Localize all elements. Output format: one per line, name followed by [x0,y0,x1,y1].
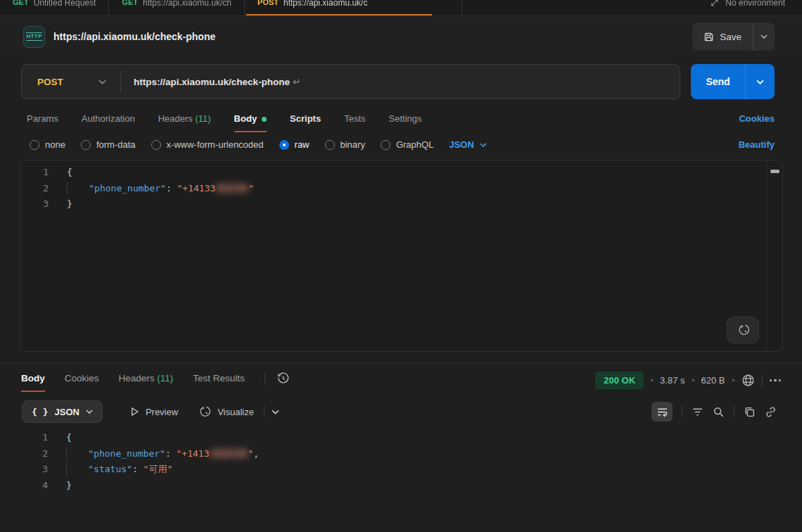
tab-title: Untitled Request [34,0,96,8]
radio-circle [325,140,335,150]
request-tab-2[interactable]: GET https://api.xiaomu.uk/ch [109,0,244,16]
url-row: POST https://api.xiaomu.uk/check-phone↵ … [21,64,775,99]
status-badge[interactable]: 200 OK [595,372,644,389]
response-tab-cookies[interactable]: Cookies [65,369,99,392]
braces-icon: { } [32,407,48,417]
preview-label: Preview [146,407,178,417]
return-glyph: ↵ [293,77,300,87]
sparkle-circle-icon [737,324,750,337]
request-body-editor[interactable]: 1 { 2 "phone_number": "+14133456789" 3 } [20,160,783,352]
code-line: 2 "phone_number": "+14133456789", [20,446,802,462]
preview-button[interactable]: Preview [130,407,178,417]
chevron-down-icon [480,143,487,147]
radio-label: none [45,139,65,150]
headers-count-badge: (11) [195,113,210,124]
toolbar-divider [682,405,682,418]
line-number: 3 [20,462,48,478]
radio-circle [381,140,390,150]
response-meta: 200 OK 3.87 s 620 B [595,372,781,389]
request-header: HTTP https://api.xiaomu.uk/check-phone S… [0,16,802,57]
send-button[interactable]: Send [691,64,745,99]
postbot-ai-button[interactable] [727,317,759,343]
visualize-button[interactable]: Visualize [198,405,254,419]
code-line: 3 } [20,196,782,213]
line-number: 3 [20,196,49,213]
url-input[interactable]: https://api.xiaomu.uk/check-phone↵ [121,76,300,87]
response-body-viewer[interactable]: 1 { 2 "phone_number": "+14133456789", 3 … [20,430,802,493]
radio-binary[interactable]: binary [325,139,365,150]
http-badge-label: HTTP [26,32,42,41]
environment-icon [710,0,720,8]
url-container: POST https://api.xiaomu.uk/check-phone↵ [21,64,680,99]
separator-dot [732,379,734,381]
radio-form-data[interactable]: form-data [81,139,136,150]
radio-label: GraphQL [396,139,433,150]
body-type-row: none form-data x-www-form-urlencoded raw… [30,139,775,150]
radio-label: form-data [96,139,136,150]
response-tab-body[interactable]: Body [21,369,45,392]
tab-settings[interactable]: Settings [389,109,422,132]
radio-urlencoded[interactable]: x-www-form-urlencoded [151,139,264,150]
raw-language-dropdown[interactable]: JSON [449,139,486,150]
radio-graphql[interactable]: GraphQL [381,139,433,150]
globe-network-icon[interactable] [741,374,755,387]
line-number: 1 [20,430,48,446]
send-options-button[interactable] [745,64,775,99]
response-toolbar: { } JSON Preview Visualize [22,400,777,423]
redacted-phone-digits: 456789 [215,183,248,194]
request-tab-1[interactable]: GET Untitled Request [0,0,108,16]
request-tab-3-active[interactable]: POST https://api.xiaomu.uk/c [245,0,433,16]
beautify-link[interactable]: Beautify [739,139,775,150]
response-tab-test-results[interactable]: Test Results [193,369,245,392]
save-split-button: Save [692,23,775,51]
environment-selector[interactable]: No environment [693,0,802,10]
tab-authorization[interactable]: Authorization [82,109,135,132]
save-options-button[interactable] [753,23,775,51]
link-icon[interactable] [765,406,777,418]
response-size[interactable]: 620 B [701,375,725,386]
method-post-label: POST [257,0,279,8]
save-button[interactable]: Save [692,23,753,51]
line-number: 2 [20,446,48,462]
search-icon[interactable] [713,406,725,418]
toolbar-divider [762,374,763,387]
tab-title: https://api.xiaomu.uk/ch [143,0,231,8]
filter-icon[interactable] [692,406,704,418]
toolbar-divider [264,405,265,418]
radio-raw-selected[interactable]: raw [279,139,310,150]
tab-tests[interactable]: Tests [344,109,365,132]
response-time[interactable]: 3.87 s [660,375,685,386]
radio-circle [151,140,161,150]
chevron-down-icon [756,80,764,84]
save-icon [704,32,714,42]
tab-title: https://api.xiaomu.uk/c [284,0,367,8]
http-request-icon: HTTP [23,26,45,48]
response-format-dropdown[interactable]: { } JSON [22,400,103,423]
more-actions-icon[interactable] [770,379,782,382]
tab-divider [462,0,462,15]
response-history-icon[interactable] [276,372,290,385]
response-tab-headers[interactable]: Headers (11) [119,369,174,392]
tab-scripts[interactable]: Scripts [290,109,321,132]
tab-headers[interactable]: Headers (11) [158,109,211,132]
editor-scrollbar[interactable] [766,160,782,351]
wrap-text-toggle[interactable] [651,402,673,422]
method-get-label: GET [13,0,29,8]
tab-body[interactable]: Body [234,109,267,132]
separator-dot [651,379,653,381]
radio-none[interactable]: none [30,139,65,150]
cookies-link[interactable]: Cookies [739,113,775,128]
chevron-down-icon [98,80,106,84]
copy-icon[interactable] [744,406,756,418]
code-line: 1 { [20,165,782,181]
visualize-options-chevron[interactable] [272,410,279,414]
tab-params[interactable]: Params [27,109,58,132]
preview-play-icon [130,407,139,417]
send-label: Send [706,76,730,87]
method-selector[interactable]: POST [22,65,120,99]
radio-circle [30,140,39,150]
scrollbar-handle[interactable] [770,170,779,173]
toolbar-divider [734,405,734,418]
radio-circle [81,140,91,150]
environment-label: No environment [725,0,785,8]
